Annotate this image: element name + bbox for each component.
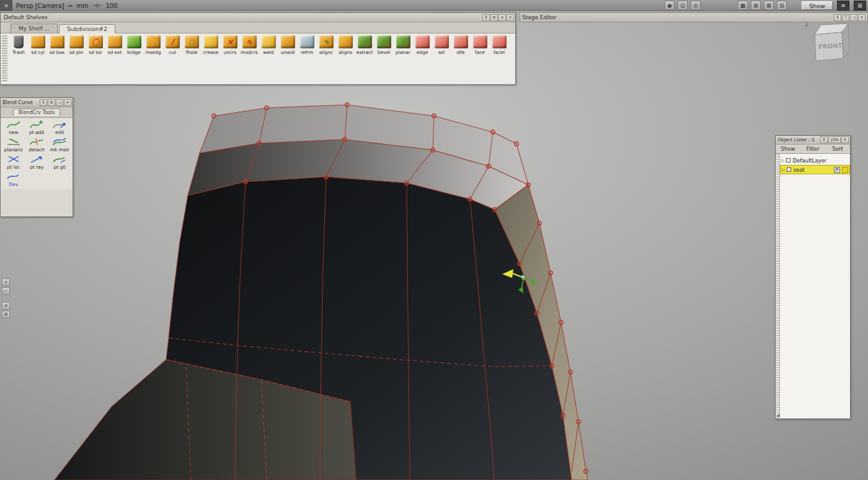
lister-menu-sort[interactable]: Sort bbox=[825, 146, 850, 152]
panel-layout-icon[interactable]: ⊞ bbox=[751, 1, 761, 10]
show-button[interactable]: Show bbox=[802, 1, 833, 10]
stage-editor-bar[interactable]: Stage Editor ⇕ ▽ ◁ × bbox=[520, 12, 868, 22]
shelf-drag-grip[interactable] bbox=[2, 35, 7, 82]
bridge-icon bbox=[127, 35, 141, 48]
sd-box-icon bbox=[50, 35, 64, 48]
stage-expand-icon[interactable]: ▽ bbox=[842, 14, 849, 21]
lister-menu-filter[interactable]: Filter bbox=[800, 146, 825, 152]
bc-tool-edit[interactable]: edit bbox=[48, 120, 71, 135]
blend-left-icon[interactable]: ◁ bbox=[56, 99, 63, 106]
blend-dock-icon[interactable]: ⇕ bbox=[40, 99, 47, 106]
point-add-icon bbox=[29, 120, 44, 130]
object-lister-window: Object Lister - S ⇕ yQa × Show Filter So… bbox=[775, 135, 851, 419]
mini-list-icon[interactable]: ≡ bbox=[2, 302, 10, 309]
blend-close-icon[interactable]: × bbox=[64, 99, 71, 106]
shelf-tool-unwld[interactable]: unwld bbox=[278, 35, 297, 82]
trash-icon bbox=[14, 35, 24, 48]
seat-label: seat bbox=[793, 167, 832, 173]
lister-menu-show[interactable]: Show bbox=[776, 146, 800, 152]
menu-dark-button[interactable]: ≡ bbox=[837, 1, 849, 11]
bc-tool-detach[interactable]: detach bbox=[25, 137, 48, 153]
grid-display-icon[interactable]: ▦ bbox=[738, 1, 748, 10]
lister-resize-handle[interactable]: ◢ bbox=[776, 412, 779, 417]
weld-icon bbox=[262, 35, 276, 48]
shelf-tool-sd-pln[interactable]: sd pln bbox=[67, 35, 86, 82]
stage-close-icon[interactable]: × bbox=[858, 14, 866, 21]
bc-tool-new[interactable]: new bbox=[2, 120, 25, 135]
default-shelves-window: Default Shelves ⇕ ≡ ∧ × My Shelf ... Sub… bbox=[0, 12, 516, 85]
viewcube[interactable]: FRONT bbox=[804, 16, 859, 72]
shelf-tool-brdge[interactable]: brdge bbox=[125, 35, 143, 82]
defaultlayer-checkbox[interactable] bbox=[786, 158, 790, 162]
blend-menu-icon[interactable]: ≡ bbox=[48, 99, 55, 106]
shelf-tool-insedg[interactable]: insedg bbox=[144, 35, 162, 82]
shelf-tool-refrm[interactable]: refrm bbox=[298, 35, 316, 82]
zoom-box-icon[interactable]: ⊡ bbox=[678, 1, 688, 10]
bc-tool-pt-ray[interactable]: pt ray bbox=[25, 154, 48, 170]
seat-pick-badge[interactable]: P bbox=[834, 167, 840, 173]
lister-close-icon[interactable]: × bbox=[841, 136, 849, 143]
shelves-menu-icon[interactable]: ≡ bbox=[490, 14, 498, 21]
bc-tool-dev[interactable]: Dev bbox=[2, 172, 25, 187]
shelf-tool-weld[interactable]: weld bbox=[259, 35, 278, 82]
lister-drag-grip[interactable] bbox=[776, 154, 780, 418]
bc-tool-planariz[interactable]: planariz bbox=[2, 137, 25, 153]
tab-blendcrv-tools[interactable]: BlendCrv Tools bbox=[13, 109, 61, 116]
shelves-title-bar[interactable]: Default Shelves ⇕ ≡ ∧ × bbox=[1, 13, 515, 22]
shelf-tool-bevel[interactable]: bevel bbox=[374, 35, 393, 82]
layout-dark-button[interactable]: ⊞ bbox=[854, 1, 866, 11]
magnifier-icon[interactable]: ◎ bbox=[691, 1, 701, 10]
expand-arrow-icon[interactable]: ▷ bbox=[782, 167, 785, 172]
mini-close-icon[interactable]: × bbox=[2, 278, 10, 286]
shelf-tool-extract[interactable]: extract bbox=[355, 35, 374, 82]
shelf-tool-fhole[interactable]: ○fhole bbox=[182, 35, 201, 82]
seat-color-badge[interactable] bbox=[842, 167, 848, 173]
minimize-panel-icon[interactable]: ⊟ bbox=[777, 1, 787, 10]
lister-row-seat[interactable]: ▷ seat P bbox=[780, 165, 850, 174]
bc-tool-mk-mstr[interactable]: mk mstr bbox=[48, 137, 71, 153]
stage-left-icon[interactable]: ◁ bbox=[850, 14, 857, 21]
blend-curve-title-bar[interactable]: Blend Curve ⇕ ≡ ◁ × bbox=[1, 98, 73, 107]
tab-subdivision[interactable]: Subdivision#2 bbox=[59, 24, 115, 33]
tab-my-shelf[interactable]: My Shelf ... bbox=[11, 24, 58, 33]
viewport-close-icon[interactable]: × bbox=[0, 0, 12, 11]
shelf-tool-sel[interactable]: sel bbox=[432, 35, 451, 82]
shelf-tool-cut[interactable]: ∕cut bbox=[163, 35, 182, 82]
expand-arrow-icon[interactable]: ▷ bbox=[781, 158, 784, 163]
mini-grid-icon[interactable]: ⊞ bbox=[2, 311, 10, 318]
point-g0-icon bbox=[52, 154, 67, 164]
shelves-dock-icon[interactable]: ⇕ bbox=[482, 14, 490, 21]
orbit-view-icon[interactable]: ◉ bbox=[665, 1, 675, 10]
lister-row-defaultlayer[interactable]: ▷ DefaultLayer bbox=[780, 156, 850, 165]
shelf-tool-facel[interactable]: facel bbox=[490, 35, 508, 82]
shelf-tool-uncrs[interactable]: ×uncrs bbox=[221, 35, 239, 82]
mini-play-icon[interactable]: ▷ bbox=[2, 287, 10, 295]
shelves-close-icon[interactable]: × bbox=[507, 14, 514, 21]
shelf-tool-sd-tor[interactable]: ○sd tor bbox=[86, 35, 105, 82]
fullscreen-icon[interactable]: ⊠ bbox=[764, 1, 774, 10]
sd-extrude-icon bbox=[108, 35, 122, 48]
object-lister-title-bar[interactable]: Object Lister - S ⇕ yQa × bbox=[776, 136, 850, 144]
bc-tool-pt-add[interactable]: pt add bbox=[25, 120, 48, 135]
shelf-tool-aligns[interactable]: aligns bbox=[336, 35, 355, 82]
shelf-tool-alignc[interactable]: ∿alignc bbox=[317, 35, 335, 82]
shelf-tool-edge[interactable]: edge bbox=[413, 35, 432, 82]
shelf-tool-modcrs[interactable]: ∿modcrs bbox=[240, 35, 259, 82]
seat-checkbox[interactable] bbox=[787, 167, 791, 172]
stage-dock-icon[interactable]: ⇕ bbox=[834, 14, 841, 21]
shelf-tool-planar[interactable]: planar bbox=[394, 35, 412, 82]
shelf-tool-sd-cyl[interactable]: sd cyl bbox=[29, 35, 47, 82]
shelf-tool-sd-ext[interactable]: sd ext bbox=[105, 35, 124, 82]
bc-tool-pt-loc[interactable]: pt loc bbox=[2, 154, 25, 170]
shelves-collapse-icon[interactable]: ∧ bbox=[498, 14, 506, 21]
shelf-tool-face[interactable]: face bbox=[471, 35, 489, 82]
select-icon bbox=[435, 35, 449, 48]
lister-filter-hint[interactable]: yQa bbox=[828, 136, 841, 143]
shelf-tool-trash[interactable]: Trash bbox=[9, 35, 28, 82]
object-lister-menu: Show Filter Sort bbox=[776, 144, 850, 154]
bc-tool-pt-g0[interactable]: pt g0 bbox=[48, 154, 71, 170]
shelf-tool-slfe[interactable]: slfe bbox=[451, 35, 470, 82]
shelf-tool-crease[interactable]: crease bbox=[202, 35, 220, 82]
lister-dock-icon[interactable]: ⇕ bbox=[820, 136, 828, 143]
shelf-tool-sd-box[interactable]: sd box bbox=[48, 35, 66, 82]
